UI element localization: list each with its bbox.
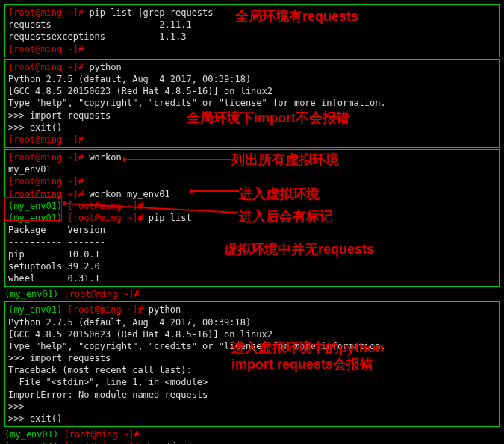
output-row: Python 2.7.5 (default, Aug 4 2017, 00:39… xyxy=(8,316,496,328)
cmd: workon my_env01 xyxy=(89,189,169,199)
output-row: >>> exit() xyxy=(8,413,496,425)
cmd: pip list xyxy=(149,213,192,223)
box-global-python: [root@ming ~]# python Python 2.7.5 (defa… xyxy=(4,59,500,148)
prompt: [root@ming ~]# xyxy=(62,213,149,223)
cmd: deactivate xyxy=(145,441,199,444)
venv-marker: (my_env01) xyxy=(4,289,58,299)
prompt: [root@ming ~]# xyxy=(8,7,89,18)
cmd: workon xyxy=(89,152,121,163)
output-row: Python 2.7.5 (default, Aug 4 2017, 00:39… xyxy=(8,73,496,85)
anno-venv-python: 进入虚拟环境中的python xyxy=(231,339,384,357)
table-row: setuptools 39.2.0 xyxy=(8,260,496,272)
prompt: [root@ming ~]# xyxy=(8,176,89,187)
prompt: [root@ming ~]# xyxy=(8,152,89,163)
anno-venv-marker: 进入后会有标记 xyxy=(239,207,333,225)
venv-marker: (my_env01) xyxy=(4,429,58,440)
output-row: >>> xyxy=(8,401,496,413)
anno-enter-venv: 进入虚拟环境 xyxy=(239,185,320,203)
anno-global-requests: 全局环境有requests xyxy=(235,7,358,25)
prompt: [root@ming ~]# xyxy=(8,62,89,72)
prompt: [root@ming ~]# xyxy=(58,289,145,299)
output-row: [GCC 4.8.5 20150623 (Red Hat 4.8.5-16)] … xyxy=(8,85,496,97)
venv-highlight-box xyxy=(4,197,62,221)
output-row: requestsexceptions 1.1.3 xyxy=(8,31,496,43)
prompt: [root@ming ~]# xyxy=(62,304,149,315)
prompt: [root@ming ~]# xyxy=(58,441,145,444)
venv-marker: (my_env01) xyxy=(4,441,58,444)
anno-no-requests: 虚拟环境中并无requests xyxy=(224,240,374,258)
cmd: python xyxy=(89,62,121,72)
anno-global-import: 全局环境下import不会报错 xyxy=(187,109,349,127)
output-row: Type "help", "copyright", "credits" or "… xyxy=(8,97,496,109)
output-row: File "<stdin>", line 1, in <module> xyxy=(8,376,496,388)
anno-import-error: import requests会报错 xyxy=(231,355,373,373)
prompt: [root@ming ~]# xyxy=(8,44,89,54)
cmd: python xyxy=(149,304,181,315)
output-row: ImportError: No module named requests xyxy=(8,389,496,401)
table-row: wheel 0.31.1 xyxy=(8,272,496,284)
prompt: [root@ming ~]# xyxy=(58,429,145,440)
cmd: pip list |grep requests xyxy=(89,7,213,18)
terminal-window[interactable]: [root@ming ~]# pip list |grep requests r… xyxy=(0,0,504,444)
prompt: [root@ming ~]# xyxy=(8,134,89,145)
venv-marker: (my_env01) xyxy=(8,304,62,315)
prompt: [root@ming ~]# xyxy=(62,201,149,211)
anno-list-venv: 列出所有虚拟环境 xyxy=(231,151,339,169)
table-header: Package Version xyxy=(8,224,496,236)
